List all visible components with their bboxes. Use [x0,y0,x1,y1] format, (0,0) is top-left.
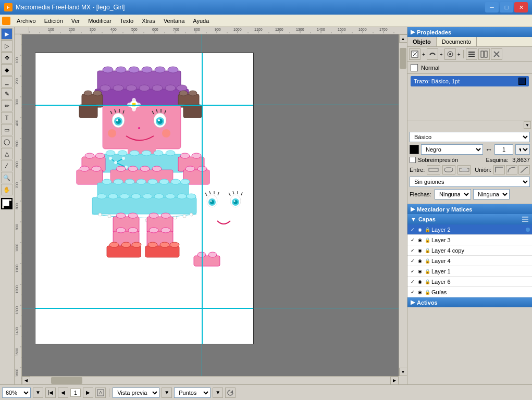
vertical-scrollbar[interactable]: ▲ ▼ [399,34,407,376]
maximize-button[interactable]: □ [500,2,513,12]
scroll-track-v[interactable] [399,43,407,368]
activos-header[interactable]: ▶ Activos [407,297,532,307]
menu-texto[interactable]: Texto [116,17,138,25]
pencil-tool[interactable]: ✏ [1,100,13,111]
layer-lock-icon: 🔒 [424,279,430,284]
trazo-color-swatch[interactable] [518,78,526,85]
rect-tool[interactable]: ▭ [1,124,13,135]
layer-row-1[interactable]: ✓ ◉ 🔒 Layer 1 [407,266,532,277]
svg-rect-193 [92,197,196,214]
ellipse-tool[interactable]: ◯ [1,136,13,147]
zoom-tool[interactable]: 🔍 [1,172,13,183]
svg-line-241 [205,193,207,196]
trazo-container: Trazo: Básico, 1pt [407,74,532,89]
union-btn-2[interactable] [506,165,517,174]
page-next-btn[interactable]: ▶ [83,388,93,398]
scroll-thumb-v[interactable] [400,48,406,69]
units-arrow[interactable]: ▼ [213,388,223,398]
trazo-row[interactable]: Trazo: Básico, 1pt [411,76,529,86]
text-tool[interactable]: T [1,112,13,123]
hand-tool[interactable]: ✋ [1,184,13,195]
units-dropdown[interactable]: Puntos [174,388,211,398]
stroke-type-dropdown[interactable]: Básico [410,132,530,142]
svg-point-110 [142,67,152,73]
flecha2-dropdown[interactable]: Ninguna [473,189,510,199]
freeform-tool[interactable]: ◆ [1,64,13,76]
tab-objeto[interactable]: Objeto [407,37,437,46]
svg-point-169 [128,166,138,171]
svg-point-138 [116,119,121,124]
close-button[interactable]: ✕ [514,2,528,12]
canvas-area[interactable]: ▲ ▼ ◀ ▶ [22,34,407,384]
guiones-dropdown[interactable]: Sin guiones [410,177,530,187]
columns-view-btn[interactable] [478,48,490,60]
union-btn-3[interactable] [518,165,530,174]
sobreimpresion-checkbox[interactable] [410,157,416,163]
capas-menu-icon[interactable] [522,216,529,223]
stroke-width-input[interactable] [494,144,513,155]
polygon-tool[interactable]: △ [1,148,13,159]
effect-tool-btn[interactable] [444,48,456,60]
scroll-right-button[interactable]: ▶ [390,377,399,385]
horizontal-scrollbar[interactable]: ◀ ▶ [22,376,399,384]
stroke-width-unit[interactable]: ▼ [515,144,530,155]
entre-btn-1[interactable] [427,165,440,174]
stroke-color-swatch[interactable] [410,145,419,154]
menu-archivo[interactable]: Archivo [13,17,40,25]
line-tool[interactable]: ⎯ [1,76,13,88]
page-first-btn[interactable]: |◀ [45,388,56,398]
layer-row-2[interactable]: ✓ ◉ 🔒 Layer 2 [407,224,532,235]
fill-tool-btn[interactable] [409,48,420,60]
layer-row-4[interactable]: ✓ ◉ 🔒 Layer 4 [407,256,532,266]
blend-mode-checkbox[interactable] [411,64,418,71]
union-btn-1[interactable] [493,165,505,174]
layer-row-4copy[interactable]: ✓ ◉ 🔒 Layer 4 copy [407,245,532,256]
scale-tool[interactable]: ✥ [1,52,13,64]
delete-btn[interactable] [491,48,502,60]
capas-header[interactable]: ▼ Capas [407,214,532,224]
color-tool[interactable] [1,198,13,209]
trace-btn[interactable] [95,388,106,398]
zoom-out-btn[interactable]: ▼ [33,388,43,398]
scroll-track-h[interactable] [30,377,390,384]
page-prev-btn[interactable]: ◀ [58,388,68,398]
refresh-btn[interactable] [225,388,236,398]
scroll-thumb-h[interactable] [51,377,82,384]
menu-ver[interactable]: Ver [67,17,84,25]
svg-point-255 [449,53,451,55]
entre-btn-3[interactable] [457,165,471,174]
svg-point-119 [165,85,176,91]
menu-xtras[interactable]: Xtras [138,17,159,25]
scroll-left-button[interactable]: ◀ [22,377,30,385]
layer-visible-icon: ✓ [410,248,416,253]
layer-row-guias[interactable]: ✓ ◉ 🔒 Guías [407,287,532,297]
menu-ventana[interactable]: Ventana [159,17,189,25]
preview-arrow[interactable]: ▼ [162,388,172,398]
layer-row-3[interactable]: ✓ ◉ 🔒 Layer 3 [407,235,532,245]
subselect-tool[interactable]: ▷ [1,40,13,52]
pen-tool[interactable]: ✎ [1,88,13,99]
layer-row-6[interactable]: ✓ ◉ 🔒 Layer 6 [407,277,532,287]
svg-point-199 [154,194,164,199]
tab-documento[interactable]: Documento [437,37,477,46]
svg-line-242 [209,191,211,194]
menu-ayuda[interactable]: Ayuda [189,17,213,25]
zoom-dropdown[interactable]: 60% [2,388,31,398]
svg-point-219 [161,213,170,218]
panel-scroll-down[interactable]: ▼ [524,121,531,129]
list-view-btn[interactable] [466,48,477,60]
menu-modificar[interactable]: Modificar [84,17,116,25]
entre-btn-2[interactable] [442,165,455,174]
minimize-button[interactable]: ─ [485,2,499,12]
knife-tool[interactable]: ∕ [1,160,13,171]
select-tool[interactable]: ▶ [1,28,13,40]
flecha1-dropdown[interactable]: Ninguna [435,189,471,199]
menu-edicion[interactable]: Edición [40,17,67,25]
svg-text:500: 500 [15,141,19,147]
preview-dropdown[interactable]: Vista previa [113,388,159,398]
scroll-up-button[interactable]: ▲ [399,34,407,43]
stroke-tool-btn[interactable] [427,48,438,60]
mezclador-header[interactable]: ▶ Mezclador y Matices [407,204,532,214]
stroke-color-dropdown[interactable]: Negro [421,144,483,155]
scroll-down-button[interactable]: ▼ [399,368,407,376]
